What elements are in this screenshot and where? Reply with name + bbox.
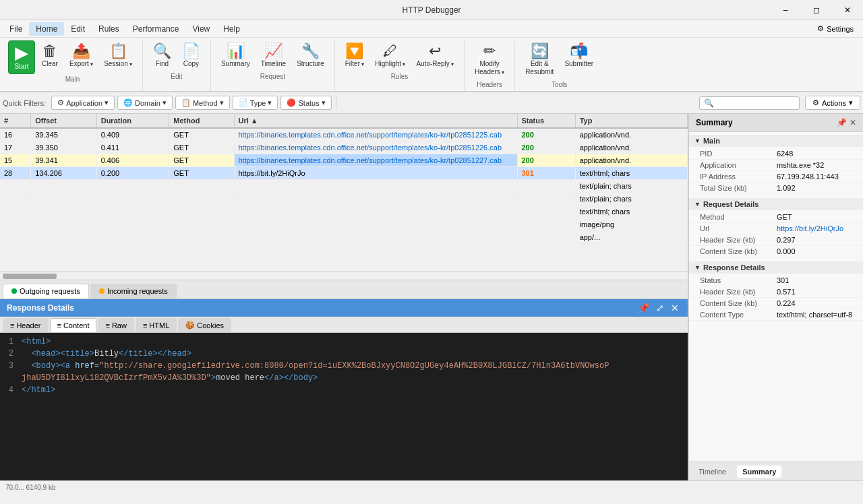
start-button[interactable]: ▶ Start xyxy=(8,40,35,74)
col-num[interactable]: # xyxy=(0,114,31,128)
filter-button[interactable]: 🔽 Filter xyxy=(340,40,369,71)
table-row[interactable]: text/plain; chars xyxy=(0,193,688,206)
table-row[interactable]: 15 39.341 0.406 GET https://binaries.tem… xyxy=(0,154,688,167)
summary-row-total-size: Total Size (kb) 1.092 xyxy=(689,183,863,194)
export-button[interactable]: 📤 Export xyxy=(65,40,98,71)
search-input[interactable] xyxy=(714,99,795,107)
code-area[interactable]: 1 <html> 2 <head><title>Bitly</title></h… xyxy=(0,333,688,480)
minimize-button[interactable]: – xyxy=(770,0,801,20)
summary-close-button[interactable]: ✕ xyxy=(850,118,856,127)
start-label: Start xyxy=(14,63,28,71)
resp-content-size-value: 0.224 xyxy=(777,299,858,307)
session-label: Session xyxy=(104,60,132,68)
response-expand-button[interactable]: ⤢ xyxy=(654,303,666,313)
settings-button[interactable]: ⚙ Settings xyxy=(810,22,860,35)
horizontal-scrollbar[interactable] xyxy=(0,272,688,280)
col-duration[interactable]: Duration xyxy=(96,114,169,128)
editresubmit-button[interactable]: 🔄 Edit & Resubmit xyxy=(520,40,558,80)
autoreply-label: Auto-Reply xyxy=(416,60,454,68)
autoreply-icon: ↩ xyxy=(429,44,441,59)
response-panel: Response Details 📌 ⤢ ✕ ≡ Header ≡ Conten… xyxy=(0,298,688,480)
summary-tab-summary[interactable]: Summary xyxy=(737,466,781,478)
cell-status: 200 xyxy=(517,141,575,154)
clear-button[interactable]: 🗑 Clear xyxy=(36,40,63,71)
summary-row-url: Url https://bit.ly/2HiQrJo xyxy=(689,223,863,234)
resp-tab-raw[interactable]: ≡ Raw xyxy=(98,318,133,332)
actions-label: Actions xyxy=(822,99,846,107)
section-label-main: Main xyxy=(703,137,720,145)
col-type[interactable]: Typ xyxy=(575,114,687,128)
table-row[interactable]: text/html; chars xyxy=(0,206,688,218)
structure-button[interactable]: 🔧 Structure xyxy=(292,40,329,71)
domain-dropdown-icon: ▾ xyxy=(162,98,167,107)
tab-incoming[interactable]: Incoming requests xyxy=(90,284,177,298)
cell-type: image/png xyxy=(575,218,687,231)
col-url[interactable]: Url ▲ xyxy=(234,114,517,128)
actions-icon: ⚙ xyxy=(812,98,819,107)
resp-tab-content[interactable]: ≡ Content xyxy=(50,318,97,332)
section-header-main[interactable]: ▼ Main xyxy=(689,135,863,147)
autoreply-button[interactable]: ↩ Auto-Reply xyxy=(411,40,458,71)
resp-tab-header[interactable]: ≡ Header xyxy=(3,318,49,332)
session-button[interactable]: 📋 Session xyxy=(99,40,137,71)
response-header-bar: Response Details 📌 ⤢ ✕ xyxy=(0,299,688,317)
modifyheaders-button[interactable]: ✏ Modify Headers xyxy=(470,40,509,80)
summary-row-application: Application mshta.exe *32 xyxy=(689,160,863,171)
copy-button[interactable]: 📄 Copy xyxy=(177,40,205,71)
tab-outgoing[interactable]: Outgoing requests xyxy=(3,284,89,298)
menu-home[interactable]: Home xyxy=(29,22,64,36)
actions-button[interactable]: ⚙ Actions ▾ xyxy=(805,96,860,110)
table-row[interactable]: image/png xyxy=(0,218,688,231)
application-filter-label: Application xyxy=(66,99,102,107)
code-line-1: 1 <html> xyxy=(0,336,688,348)
menu-rules[interactable]: Rules xyxy=(92,22,126,36)
header-tab-label: Header xyxy=(16,321,40,329)
cell-duration: 0.200 xyxy=(96,167,169,180)
submitter-button[interactable]: 📬 Submitter xyxy=(560,40,598,71)
request-table-container: # Offset Duration Method Url ▲ Status Ty… xyxy=(0,114,688,280)
summary-button[interactable]: 📊 Summary xyxy=(216,40,255,71)
col-offset[interactable]: Offset xyxy=(31,114,96,128)
filter-application[interactable]: ⚙ Application ▾ xyxy=(51,96,115,110)
summary-tab-timeline[interactable]: Timeline xyxy=(693,466,732,478)
cell-duration: 0.411 xyxy=(96,141,169,154)
table-row[interactable]: app/... xyxy=(0,231,688,244)
filter-domain[interactable]: 🌐 Domain ▾ xyxy=(117,96,173,110)
table-row[interactable]: 17 39.350 0.411 GET https://binaries.tem… xyxy=(0,141,688,154)
section-header-request[interactable]: ▼ Request Details xyxy=(689,198,863,210)
menu-file[interactable]: File xyxy=(3,22,29,36)
response-pin-button[interactable]: 📌 xyxy=(636,303,651,313)
col-status[interactable]: Status xyxy=(517,114,575,128)
timeline-button[interactable]: 📈 Timeline xyxy=(256,40,291,71)
section-arrow-request: ▼ xyxy=(694,201,701,208)
menu-performance[interactable]: Performance xyxy=(126,22,186,36)
col-method[interactable]: Method xyxy=(169,114,234,128)
outgoing-dot-icon xyxy=(11,288,17,294)
domain-filter-label: Domain xyxy=(135,99,160,107)
filter-type[interactable]: 📄 Type ▾ xyxy=(233,96,278,110)
filter-method[interactable]: 📋 Method ▾ xyxy=(175,96,230,110)
table-row[interactable]: text/plain; chars xyxy=(0,180,688,193)
section-header-response[interactable]: ▼ Response Details xyxy=(689,261,863,274)
resp-tab-cookies[interactable]: 🍪 Cookies xyxy=(178,318,231,332)
filter-status[interactable]: 🔴 Status ▾ xyxy=(280,96,331,110)
cell-status: 200 xyxy=(517,154,575,167)
timeline-label: Timeline xyxy=(261,60,286,68)
summary-row-pid: PID 6248 xyxy=(689,148,863,160)
table-row[interactable]: 28 134.206 0.200 GET https://bit.ly/2HiQ… xyxy=(0,167,688,180)
section-label-response: Response Details xyxy=(703,263,765,272)
filterbar: Quick Filters: ⚙ Application ▾ 🌐 Domain … xyxy=(0,92,863,114)
maximize-button[interactable]: ◻ xyxy=(801,0,832,20)
menu-edit[interactable]: Edit xyxy=(64,22,92,36)
find-button[interactable]: 🔍 Find xyxy=(148,40,176,71)
resp-tab-html[interactable]: ≡ HTML xyxy=(136,318,177,332)
menu-help[interactable]: Help xyxy=(216,22,247,36)
filter-search: 🔍 xyxy=(699,96,800,110)
response-close-button[interactable]: ✕ xyxy=(669,303,681,313)
type-dropdown-icon: ▾ xyxy=(268,98,272,107)
highlight-button[interactable]: 🖊 Highlight xyxy=(370,40,410,71)
table-row[interactable]: 16 39.345 0.409 GET https://binaries.tem… xyxy=(0,128,688,141)
menu-view[interactable]: View xyxy=(185,22,216,36)
close-button[interactable]: ✕ xyxy=(832,0,863,20)
summary-pin-button[interactable]: 📌 xyxy=(837,118,847,127)
